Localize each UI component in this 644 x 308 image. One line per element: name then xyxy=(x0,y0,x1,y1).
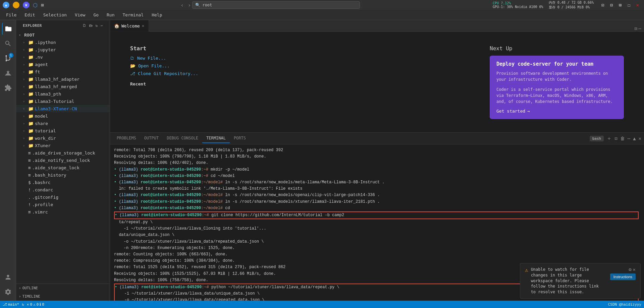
tab-close-welcome[interactable]: ✕ xyxy=(142,23,144,28)
tree-item-active[interactable]: › 📁 Llama3-XTuner-CN xyxy=(16,105,110,112)
tree-item[interactable]: › . .gitconfig xyxy=(16,193,110,201)
tree-item[interactable]: › ≡ .vimrc xyxy=(16,208,110,215)
kill-terminal-icon[interactable]: 🗑 xyxy=(620,136,625,141)
activity-explorer[interactable] xyxy=(2,23,14,35)
menu-terminal[interactable]: Terminal xyxy=(119,11,147,19)
activity-account[interactable] xyxy=(2,271,14,283)
more-actions-btn[interactable]: ⋯ xyxy=(639,26,641,31)
tab-ports[interactable]: PORTS xyxy=(230,134,250,143)
tree-item[interactable]: › ≡ .bash_history xyxy=(16,171,110,179)
close-btn[interactable]: ✕ xyxy=(634,1,641,9)
tree-item[interactable]: › 📁 work_dir xyxy=(16,134,110,142)
folder-icon: 📁 xyxy=(28,40,34,45)
menu-file[interactable]: File xyxy=(3,11,20,19)
search-icon: 🔍 xyxy=(195,3,200,7)
warning-count: 0 xyxy=(37,302,39,307)
forward-arrow[interactable]: › xyxy=(186,2,193,8)
tree-item[interactable]: › 📁 ft xyxy=(16,68,110,75)
csdn-label: CSDN @haidizyyy xyxy=(608,302,641,307)
instructions-button[interactable]: Instructions xyxy=(610,273,636,280)
tab-debug-console[interactable]: DEBUG CONSOLE xyxy=(163,134,202,143)
warning-icon: ⚠ xyxy=(33,302,36,307)
get-started-link[interactable]: Get started → xyxy=(496,109,617,114)
maximize-btn[interactable]: ☐ xyxy=(625,1,633,9)
menu-selection[interactable]: Selection xyxy=(40,11,70,19)
maximize-terminal-icon[interactable]: ▲ xyxy=(633,136,636,141)
activity-search[interactable] xyxy=(2,38,14,50)
tree-item[interactable]: › 📁 XTuner xyxy=(16,142,110,149)
tab-icon-welcome: 🏠 xyxy=(114,23,119,28)
tab-welcome[interactable]: 🏠 Welcome ✕ xyxy=(110,20,149,32)
term-line: • (llama3) root@intern-studio-045290:~/m… xyxy=(114,192,640,198)
tree-item[interactable]: › 📁 .nv xyxy=(16,53,110,61)
tree-item[interactable]: › 📁 .jupyter xyxy=(16,46,110,53)
tree-item[interactable]: › 📁 tutorial xyxy=(16,127,110,134)
notif-close-icon[interactable]: ✕ xyxy=(633,267,636,272)
tree-item[interactable]: › ≡ .aide_drive_storage_lock xyxy=(16,149,110,157)
tree-item[interactable]: › 📁 llama3_hf_adapter xyxy=(16,75,110,83)
status-bar: ⎇ main* ↻ ✕ 0 ⚠ 0 ℹ 0 CSDN @haidizyyy xyxy=(0,301,644,308)
sidebar-bottom: › OUTLINE › TIMELINE xyxy=(16,284,110,301)
tree-root[interactable]: ▾ ROOT xyxy=(16,31,110,39)
activity-bar xyxy=(0,20,16,301)
split-editor-btn[interactable]: ⊟ xyxy=(634,26,637,31)
status-branch[interactable]: ⎇ main* xyxy=(3,302,19,307)
status-sync[interactable]: ↻ xyxy=(22,302,24,307)
tree-item[interactable]: › $ .bashrc xyxy=(16,179,110,186)
menu-help[interactable]: Help xyxy=(148,11,165,19)
tree-item[interactable]: › ≡ .aide_storage_lock xyxy=(16,164,110,171)
tree-item[interactable]: › 📁 model xyxy=(16,112,110,120)
tab-problems[interactable]: PROBLEMS xyxy=(113,134,140,143)
sidebar-title: EXPLORER xyxy=(23,23,42,28)
notif-gear-icon[interactable]: ⚙ xyxy=(629,267,631,272)
folder-icon: 📁 xyxy=(28,114,34,119)
folder-icon: 📁 xyxy=(28,143,34,148)
menu-edit[interactable]: Edit xyxy=(21,11,38,19)
new-file-icon: 🗋 xyxy=(130,56,135,61)
status-errors[interactable]: ✕ 0 ⚠ 0 ℹ 0 xyxy=(27,302,44,307)
new-folder-icon[interactable]: 🗁 xyxy=(89,23,93,28)
add-terminal-icon[interactable]: ＋ xyxy=(606,135,612,142)
cpu-info: CPU 7.12% GPU-1: 30% Nvidia A100 0% xyxy=(493,1,543,9)
search-bar[interactable]: 🔍 root xyxy=(192,1,360,9)
tree-item[interactable]: › ≡ .aide_notify_send_lock xyxy=(16,157,110,164)
error-icon: ✕ xyxy=(27,302,29,307)
activity-run-debug[interactable] xyxy=(2,67,14,79)
split-terminal-icon[interactable]: ⊡ xyxy=(614,136,617,141)
new-file-icon[interactable]: 🗋 xyxy=(83,23,87,28)
tab-output[interactable]: OUTPUT xyxy=(140,134,163,143)
menu-go[interactable]: Go xyxy=(90,11,102,19)
tree-item[interactable]: › ! .profile xyxy=(16,201,110,208)
close-terminal-icon[interactable]: ✕ xyxy=(639,136,641,141)
back-arrow[interactable]: ‹ xyxy=(179,2,185,8)
open-file-link[interactable]: 📂 Open File... xyxy=(130,63,470,68)
new-file-link[interactable]: 🗋 New File... xyxy=(130,56,470,61)
timeline-panel-header[interactable]: › TIMELINE xyxy=(16,292,110,301)
clone-git-link[interactable]: ⎇ Clone Git Repository... xyxy=(130,71,470,76)
refresh-icon[interactable]: ↻ xyxy=(96,23,98,28)
layout-btn-1[interactable]: ⊡ xyxy=(599,1,606,9)
tree-item[interactable]: › ! .condarc xyxy=(16,186,110,193)
more-terminal-icon[interactable]: ⋯ xyxy=(628,136,630,141)
tree-item[interactable]: › 📁 llama3_pth xyxy=(16,90,110,98)
activity-extensions[interactable] xyxy=(2,82,14,94)
tree-item[interactable]: › 📁 agent xyxy=(16,61,110,68)
sidebar: EXPLORER 🗋 🗁 ↻ ⋯ ▾ ROOT › 📁 .ipython › 📁 xyxy=(16,20,110,301)
tab-terminal[interactable]: TERMINAL xyxy=(202,134,230,143)
activity-source-control[interactable] xyxy=(2,52,14,64)
layout-btn-3[interactable]: ⊞ xyxy=(616,1,624,9)
menu-view[interactable]: View xyxy=(71,11,89,19)
more-icon[interactable]: ⋯ xyxy=(101,23,103,28)
folder-icon: 📁 xyxy=(28,69,34,74)
sidebar-header: EXPLORER 🗋 🗁 ↻ ⋯ xyxy=(16,20,110,31)
deploy-card-title: Deploy code-server for your team xyxy=(496,61,617,67)
term-line: • (llama3) root@intern-studio-045290:~/m… xyxy=(114,179,640,186)
tree-item[interactable]: › 📁 llama3_hf_merged xyxy=(16,83,110,90)
outline-panel-header[interactable]: › OUTLINE xyxy=(16,284,110,292)
tree-item[interactable]: › 📁 .ipython xyxy=(16,39,110,46)
tree-item[interactable]: › 📁 Llama3-Tutorial xyxy=(16,98,110,105)
tree-item[interactable]: › 📁 share xyxy=(16,120,110,127)
menu-run[interactable]: Run xyxy=(103,11,118,19)
layout-btn-2[interactable]: ⊟ xyxy=(608,1,615,9)
activity-settings[interactable] xyxy=(2,286,14,298)
